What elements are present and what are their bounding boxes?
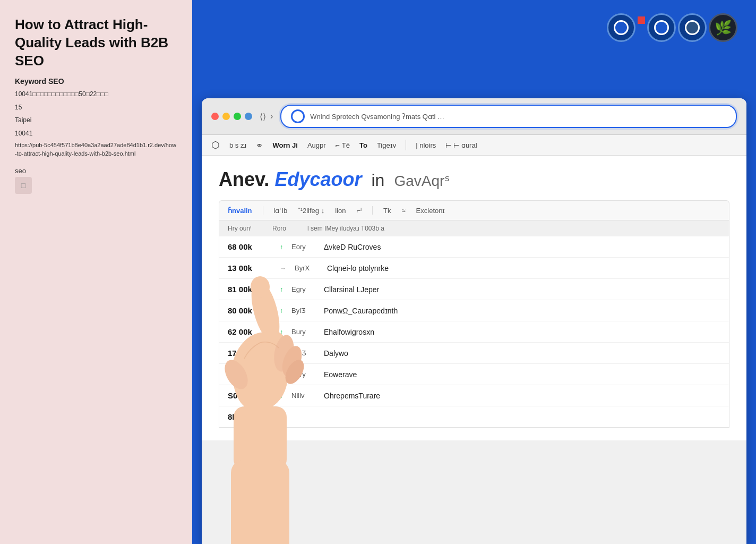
table-row: 62 00k ↑ Bury Ehalfowigrosxn xyxy=(219,321,729,343)
row-4-name: Ehalfowigrosxn xyxy=(324,328,720,336)
row-2-volume: 81 00k xyxy=(228,285,276,294)
toolbar-item-tiger[interactable]: Tigeɪv xyxy=(377,141,396,149)
row-7-arrow: ↑ xyxy=(280,392,283,400)
sidebar-icon-char: □ xyxy=(21,181,25,190)
mascot-icon-4: 🌿 xyxy=(709,13,737,42)
table-header-row: ɦnvalin lɑˈIb ˇ¹2lifeg ↓ lion ⌐ˡ xyxy=(219,200,729,220)
back-button[interactable]: ⟨⟩ xyxy=(260,112,266,122)
toolbar-item-link[interactable]: ⚭ xyxy=(256,140,263,150)
top-banner: 🌿 xyxy=(192,0,756,98)
toolbar-item-augpr[interactable]: Augpr xyxy=(307,141,326,149)
table-rows: 68 00k ↑ Eory ΔvkeD RuCroves 13 00k → By… xyxy=(219,236,729,428)
table-header-excieton-label: Excietonɪ xyxy=(416,207,445,215)
table-header-lifeg[interactable]: ˇ¹2lifeg ↓ xyxy=(298,207,324,215)
toolbar-link-icon: ⚭ xyxy=(256,140,263,150)
row-0-code: Eory xyxy=(291,243,315,251)
row-6-arrow: ↑ xyxy=(280,371,283,378)
toolbar-divider-1 xyxy=(406,140,406,150)
table-header-hvalih-label: ɦnvalin xyxy=(228,207,252,215)
table-header-lb-label: lɑˈIb xyxy=(274,207,288,215)
row-7-code: Nillv xyxy=(291,392,315,400)
sidebar-meta-1: 15 xyxy=(15,102,177,113)
sidebar: How to Attract High-Quality Leads with B… xyxy=(0,0,192,544)
row-0-volume: 68 00k xyxy=(228,242,276,251)
toolbar-worn-ji-label: Worn Ji xyxy=(272,141,297,149)
table-header-divider-2 xyxy=(372,206,373,215)
table-row: 81 00k ↑ Egry Cllarsinal LJeper xyxy=(219,279,729,300)
table-row: 80 00k ↑ BylƷ PonwΩ_Caurapedɪnth xyxy=(219,300,729,321)
traffic-light-yellow[interactable] xyxy=(222,113,230,120)
row-1-arrow: → xyxy=(280,265,286,272)
mascot-icon-3 xyxy=(678,13,707,42)
top-icons-area: 🌿 xyxy=(607,13,737,42)
toolbar-item-nloirs[interactable]: | nloirs xyxy=(416,141,436,149)
sub-header-col1: Hry ounˡ xyxy=(228,225,251,232)
table-header-hvalih[interactable]: ɦnvalin xyxy=(228,207,252,215)
row-3-code: BylƷ xyxy=(291,307,315,314)
table-header-arrow-icon: ⌐ˡ xyxy=(356,207,362,215)
table-header-arrow[interactable]: ⌐ˡ xyxy=(356,207,362,215)
data-table: ɦnvalin lɑˈIb ˇ¹2lifeg ↓ lion ⌐ˡ xyxy=(219,200,729,428)
forward-button[interactable]: › xyxy=(270,112,273,121)
toolbar-item-to[interactable]: To xyxy=(359,141,367,149)
row-4-arrow: ↑ xyxy=(280,328,283,336)
row-7-volume: S0 00k xyxy=(228,391,276,400)
address-text: Wnind Sprotech Qvsamoning ʔmats Qɑtl … xyxy=(310,113,726,121)
toolbar-item-hex[interactable]: ⬡ xyxy=(211,139,220,151)
table-header-lion[interactable]: lion xyxy=(335,207,346,215)
toolbar-tiger-label: Tigeɪv xyxy=(377,141,396,149)
table-row: S0 00k ↑ Nillv OhrepemsTurare xyxy=(219,385,729,406)
main-area: 🌿 ⟨⟩ › Wnind Sprotech Qvsamoning ʔmats Q… xyxy=(192,0,756,544)
traffic-light-green[interactable] xyxy=(234,113,241,120)
row-1-code: ByrX xyxy=(295,264,319,272)
browser-nav: ⟨⟩ › xyxy=(260,112,273,122)
heading-part1: Anev. xyxy=(219,168,269,190)
toolbar-augpr-label: Augpr xyxy=(307,141,326,149)
toolbar-te-label: Tē xyxy=(342,141,350,149)
table-row: 13 00k → ByrX Clqnei-lo ptolynrke xyxy=(219,258,729,279)
browser-window: ⟨⟩ › Wnind Sprotech Qvsamoning ʔmats Qɑt… xyxy=(202,98,746,544)
address-bar[interactable]: Wnind Sprotech Qvsamoning ʔmats Qɑtl … xyxy=(280,105,737,128)
sidebar-meta-0: 10041□□□□□□□□□□□□50□22□□□ xyxy=(15,89,177,99)
table-header-tk-label: Tk xyxy=(383,207,391,215)
toolbar-item-te[interactable]: ⌐ Tē xyxy=(336,141,350,149)
table-header-divider-1 xyxy=(263,206,263,215)
row-7-name: OhrepemsTurare xyxy=(324,392,720,400)
table-header-approx[interactable]: ≈ xyxy=(401,207,405,215)
sidebar-icon-box: □ xyxy=(15,177,32,194)
traffic-light-red[interactable] xyxy=(211,113,219,120)
toolbar-hex-icon: ⬡ xyxy=(211,139,220,151)
toolbar-item-bszr[interactable]: b s zɹ xyxy=(229,141,246,149)
browser-content: Anev. Edycaoor in GavAqrˢ ɦnvalin lɑˈIb xyxy=(202,156,746,440)
table-sub-header: Hry ounˡ Roro l sem IMey iludyaɹ T003b a xyxy=(219,220,729,236)
table-row: 68 00k ↑ Eory ΔvkeD RuCroves xyxy=(219,236,729,258)
toolbar-item-worn-ji[interactable]: Worn Ji xyxy=(272,141,297,149)
mascot-dot-red xyxy=(638,16,645,24)
table-header-approx-label: ≈ xyxy=(401,207,405,215)
traffic-lights xyxy=(211,113,252,120)
table-header-tk[interactable]: Tk xyxy=(383,207,391,215)
sub-header-col2: Roro xyxy=(272,225,286,232)
table-header-excieton[interactable]: Excietonɪ xyxy=(416,207,445,215)
row-4-volume: 62 00k xyxy=(228,327,276,336)
row-6-name: Eowerave xyxy=(324,370,720,379)
row-8-volume: 8E 00k xyxy=(228,412,276,421)
row-8-arrow: ↑ xyxy=(280,413,283,421)
row-5-code: RylƷ xyxy=(291,349,315,357)
toolbar-te-icon: ⌐ xyxy=(336,141,340,149)
browser-circle-icon xyxy=(291,109,305,123)
mascot-icon-1 xyxy=(607,13,635,42)
table-header-lb[interactable]: lɑˈIb xyxy=(274,207,288,215)
toolbar-nloirs-label: | nloirs xyxy=(416,141,436,149)
row-3-name: PonwΩ_Caurapedɪnth xyxy=(324,307,720,315)
table-header-lion-label: lion xyxy=(335,207,346,215)
table-row: 8E 00k ↑ xyxy=(219,406,729,427)
sidebar-title: How to Attract High-Quality Leads with B… xyxy=(15,16,177,70)
heading-highlight: Edycaoor xyxy=(274,168,362,190)
toolbar-item-aural[interactable]: ⊢ ⊢ ɑural xyxy=(445,141,477,149)
traffic-light-blue[interactable] xyxy=(245,113,252,120)
toolbar-aural-label: ⊢ ɑural xyxy=(453,141,477,149)
row-6-code: Bory xyxy=(291,370,315,378)
sub-header-col3: l sem IMey iludyaɹ T003b a xyxy=(307,225,720,232)
row-1-volume: 13 00k xyxy=(228,264,276,273)
